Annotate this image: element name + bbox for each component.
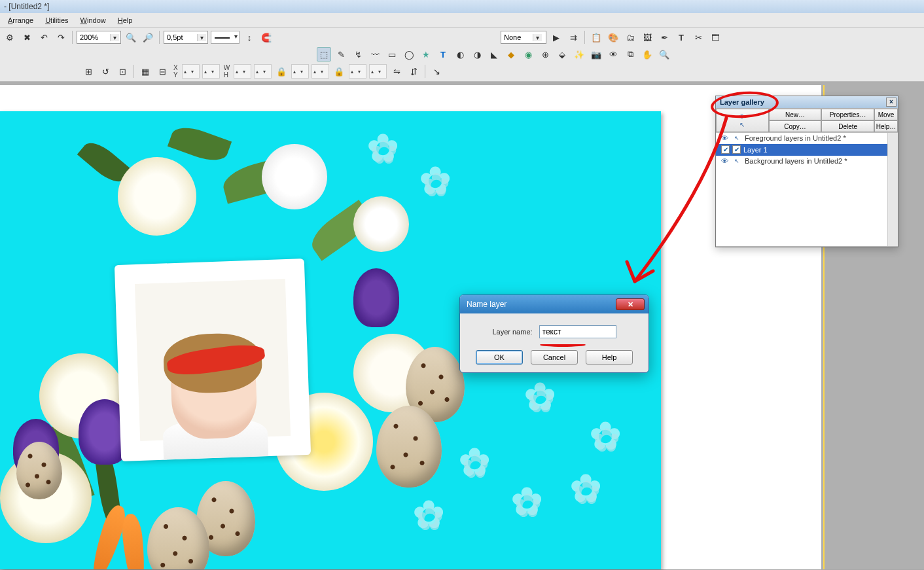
scrollbar[interactable] xyxy=(887,133,898,246)
lock-scale-icon[interactable]: 🔒 xyxy=(332,64,346,79)
angle-spinner[interactable]: ▴▾ xyxy=(349,64,366,79)
pen-tool-icon[interactable]: 〰 xyxy=(368,47,382,62)
grid-icon[interactable]: ▦ xyxy=(138,64,152,79)
zoom-prev-icon[interactable]: 🔍 xyxy=(124,30,138,45)
gallery-color-icon[interactable]: 🎨 xyxy=(606,30,620,45)
blend-tool-icon[interactable]: ⊕ xyxy=(538,47,552,62)
fill-tool-icon[interactable]: ◐ xyxy=(453,47,467,62)
zoom-fit-icon[interactable]: 🔎 xyxy=(141,30,155,45)
push-tool-icon[interactable]: ✋ xyxy=(640,47,654,62)
selector-tool-icon[interactable]: ⬚ xyxy=(317,47,331,62)
liveeffect-tool-icon[interactable]: ✨ xyxy=(572,47,586,62)
h-spinner[interactable]: ▴▾ xyxy=(254,64,272,79)
cancel-button[interactable]: Cancel xyxy=(531,350,578,365)
linewidth-combo[interactable]: ▾ xyxy=(164,31,208,44)
snap-magnet-icon[interactable]: 🧲 xyxy=(259,30,274,45)
undo-icon[interactable]: ↶ xyxy=(37,30,51,45)
freehand-tool-icon[interactable]: ✎ xyxy=(334,47,348,62)
scale-line-icon[interactable]: ↘ xyxy=(429,64,444,79)
delete-layer-button[interactable]: Delete xyxy=(821,120,874,132)
quickshape-tool-icon[interactable]: ★ xyxy=(419,47,433,62)
pointer-icon[interactable]: ↖ xyxy=(739,121,745,128)
scale-y-spinner[interactable]: ▴▾ xyxy=(311,64,329,79)
help-button[interactable]: Help xyxy=(586,350,633,365)
photo-tool-icon[interactable]: 📷 xyxy=(589,47,603,62)
menu-utilities[interactable]: Utilities xyxy=(40,15,73,26)
ellipse-tool-icon[interactable]: ◯ xyxy=(402,47,416,62)
move-layer-button[interactable]: Move xyxy=(874,109,898,120)
menu-arrange[interactable]: Arrange xyxy=(3,15,39,26)
pointer-icon[interactable]: ↖ xyxy=(734,135,742,141)
snap-grid-icon[interactable]: ⊟ xyxy=(155,64,169,79)
layer-properties-button[interactable]: Properties… xyxy=(821,109,874,120)
contour-tool-icon[interactable]: ◉ xyxy=(521,47,535,62)
x-spinner[interactable]: ▴▾ xyxy=(182,64,200,79)
line-style-combo[interactable] xyxy=(211,31,240,44)
window-titlebar: - [Untitled2 *] xyxy=(0,0,924,13)
pasteboard[interactable] xyxy=(0,85,821,569)
stack-input[interactable] xyxy=(503,33,533,41)
chevron-down-icon[interactable]: ▾ xyxy=(110,34,119,41)
gallery-bitmap-icon[interactable]: 🖼 xyxy=(640,30,654,45)
new-layer-button[interactable]: New… xyxy=(769,109,822,120)
flip-h-icon[interactable]: ⇋ xyxy=(389,64,404,79)
flip-v-icon[interactable]: ⇵ xyxy=(406,64,421,79)
gallery-font-icon[interactable]: T xyxy=(674,30,688,45)
redeye-tool-icon[interactable]: 👁 xyxy=(606,47,620,62)
chevron-down-icon[interactable]: ▾ xyxy=(197,34,206,41)
shadow-tool-icon[interactable]: ◣ xyxy=(487,47,501,62)
linewidth-input[interactable] xyxy=(166,33,197,41)
bevel-tool-icon[interactable]: ◆ xyxy=(504,47,518,62)
eye-icon[interactable]: 👁 xyxy=(721,134,732,142)
layer-list[interactable]: 👁 ↖ Foreground layers in Untitled2 * ✔ ✔… xyxy=(716,133,898,247)
gallery-frame-icon[interactable]: 🗔 xyxy=(708,30,722,45)
menu-help[interactable]: Help xyxy=(113,15,138,26)
clipboard-icon[interactable]: 📋 xyxy=(589,30,603,45)
gallery-name-icon[interactable]: ✂ xyxy=(691,30,705,45)
menu-window[interactable]: Window xyxy=(75,15,111,26)
lock-aspect-icon[interactable]: 🔒 xyxy=(274,64,289,79)
clone-tool-icon[interactable]: ⧉ xyxy=(623,47,637,62)
arrange-icon[interactable]: ⇉ xyxy=(566,30,580,45)
close-icon[interactable]: × xyxy=(886,98,897,107)
ok-button[interactable]: OK xyxy=(476,350,523,365)
scale-x-spinner[interactable]: ▴▾ xyxy=(291,64,309,79)
w-spinner[interactable]: ▴▾ xyxy=(234,64,251,79)
redo-icon[interactable]: ↷ xyxy=(54,30,68,45)
shape-tool-icon[interactable]: ↯ xyxy=(351,47,365,62)
transparency-tool-icon[interactable]: ◑ xyxy=(470,47,484,62)
options-icon[interactable]: ⚙ xyxy=(3,30,17,45)
gallery-line-icon[interactable]: ✒ xyxy=(657,30,671,45)
editable-checkbox[interactable]: ✔ xyxy=(732,145,741,154)
background-group-row[interactable]: 👁 ↖ Background layers in Untitled2 * xyxy=(716,156,898,167)
rect-tool-icon[interactable]: ▭ xyxy=(385,47,399,62)
eye-icon[interactable]: 👁 xyxy=(739,113,745,120)
gallery-layers-icon[interactable]: 🗂 xyxy=(623,30,637,45)
delete-icon[interactable]: ✖ xyxy=(20,30,34,45)
sel-rotate-icon[interactable]: ↺ xyxy=(98,64,113,79)
y-spinner[interactable]: ▴▾ xyxy=(202,64,220,79)
layer-name-field[interactable] xyxy=(539,325,616,338)
zoom-tool-icon[interactable]: 🔍 xyxy=(657,47,671,62)
eye-icon[interactable]: 👁 xyxy=(721,157,732,165)
sel-handles-icon[interactable]: ⊡ xyxy=(115,64,130,79)
play-icon[interactable]: ▶ xyxy=(549,30,563,45)
layer-row-layer1[interactable]: ✔ ✔ Layer 1 xyxy=(716,144,898,156)
foreground-group-row[interactable]: 👁 ↖ Foreground layers in Untitled2 * xyxy=(716,133,898,144)
chevron-down-icon[interactable]: ▾ xyxy=(533,34,542,41)
sel-bounds-icon[interactable]: ⊞ xyxy=(81,64,96,79)
mould-tool-icon[interactable]: ⬙ xyxy=(555,47,569,62)
stack-combo[interactable]: ▾ xyxy=(501,31,546,44)
zoom-input[interactable] xyxy=(79,33,110,41)
close-icon[interactable]: ✕ xyxy=(616,298,645,310)
pointer-icon[interactable]: ↖ xyxy=(734,158,742,164)
arrow-end-icon[interactable]: ↕ xyxy=(242,30,257,45)
visibility-checkbox[interactable]: ✔ xyxy=(721,145,730,154)
panel-titlebar[interactable]: Layer gallery × xyxy=(716,96,898,108)
layer-help-button[interactable]: Help… xyxy=(874,120,898,132)
text-tool-icon[interactable]: T xyxy=(436,47,450,62)
copy-layer-button[interactable]: Copy… xyxy=(769,120,822,132)
skew-spinner[interactable]: ▴▾ xyxy=(369,64,387,79)
zoom-combo[interactable]: ▾ xyxy=(77,31,121,44)
dialog-titlebar[interactable]: Name layer ✕ xyxy=(460,295,649,313)
